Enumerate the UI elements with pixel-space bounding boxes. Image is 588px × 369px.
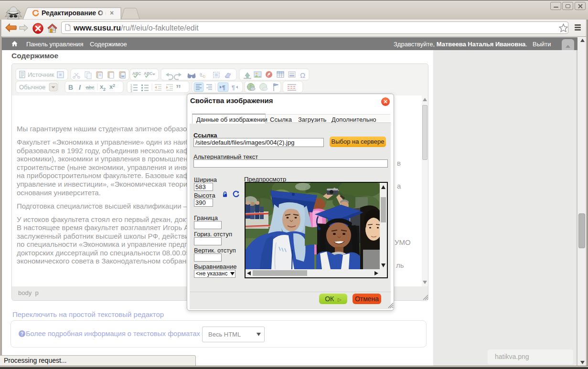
svg-text:¶: ¶ — [232, 84, 235, 91]
svg-text:B: B — [68, 84, 73, 91]
svg-text:Ω: Ω — [300, 71, 305, 79]
svg-text:a: a — [200, 72, 202, 76]
svg-text:Источник: Источник — [28, 71, 54, 78]
svg-text:Обычное: Обычное — [19, 84, 45, 91]
svg-text:b: b — [203, 74, 205, 79]
svg-text:?: ? — [21, 331, 23, 337]
svg-text:2: 2 — [113, 83, 115, 88]
svg-text:2: 2 — [103, 87, 106, 92]
svg-text:”: ” — [176, 83, 181, 95]
svg-text:¶: ¶ — [222, 84, 225, 91]
svg-text:w: w — [121, 74, 125, 78]
svg-text:3: 3 — [130, 89, 132, 93]
